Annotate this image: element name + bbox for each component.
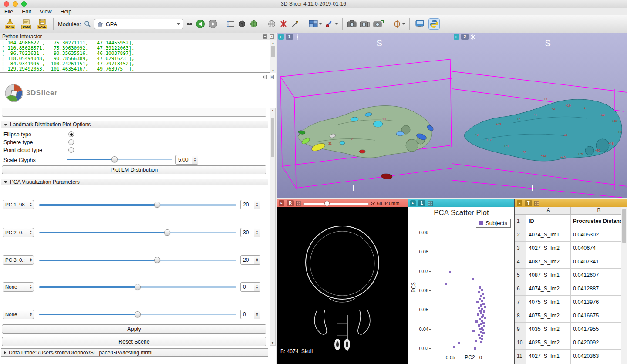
ruler-pencil-icon[interactable]	[291, 20, 300, 28]
table-cell[interactable]: 8	[515, 309, 526, 322]
table-cell[interactable]: 4087_S_Im2	[526, 255, 571, 268]
reset-scene-button[interactable]: Reset Scene	[2, 337, 266, 346]
table-cell[interactable]: 0.0420092	[571, 336, 627, 349]
table-cell[interactable]: 4	[515, 255, 526, 268]
table-row[interactable]: 34027_S_Im20.040674	[515, 242, 627, 255]
table-cell[interactable]: 0.0416675	[571, 309, 627, 322]
layout-selector-button[interactable]	[309, 20, 322, 28]
table-cell[interactable]: 6	[515, 282, 526, 295]
pin-icon[interactable]: ▸	[410, 200, 416, 206]
threed-view-2[interactable]: ▸ 2 S I	[452, 33, 627, 198]
table-cell[interactable]: 10	[515, 336, 526, 349]
pin-icon[interactable]: ▸	[278, 34, 284, 40]
spin-view-icon[interactable]	[295, 34, 300, 40]
slice-offset-slider[interactable]	[303, 201, 369, 206]
plot-content[interactable]: PCA Scatter Plot Subjects PC3 PC2 0.090.…	[408, 207, 514, 364]
pin-icon[interactable]: ▸	[279, 200, 284, 206]
pc3-slider[interactable]	[39, 257, 236, 263]
apply-button[interactable]: Apply	[2, 324, 266, 334]
undock-panel-button[interactable]	[263, 75, 267, 79]
console-scrollbar[interactable]: ▲ ▼	[270, 40, 276, 73]
python-console-button[interactable]	[428, 18, 440, 30]
sphere-type-radio[interactable]	[68, 139, 74, 145]
crosshair-button[interactable]	[393, 20, 405, 28]
table-cell[interactable]: Procrustes Distance	[571, 215, 627, 228]
table-content[interactable]: A B 1IDProcrustes Distance24074_S_Im10.0…	[515, 207, 627, 364]
stepper-icon[interactable]: ▲▼	[254, 200, 260, 209]
slider-handle[interactable]	[164, 229, 170, 236]
table-cell[interactable]: 0.0405302	[571, 228, 627, 241]
threed-view-1[interactable]: ▸ 1 S I	[277, 33, 452, 198]
scroll-up-icon[interactable]: ▲	[270, 40, 276, 45]
table-cell[interactable]: 11	[515, 350, 526, 363]
table-cell[interactable]: 9	[515, 323, 526, 336]
table-cell[interactable]: 4074_S_Im1	[526, 228, 571, 241]
menu-edit[interactable]: Edit	[22, 9, 31, 15]
module-search-icon[interactable]	[84, 20, 91, 27]
table-scrollbar[interactable]	[621, 207, 627, 364]
table-cell[interactable]: 4027_S_Im1	[526, 350, 571, 363]
table-row[interactable]: 64074_S_Im20.0412887	[515, 282, 627, 296]
pc5-combo[interactable]: None ▲▼	[3, 310, 34, 319]
menu-view[interactable]: View	[40, 9, 52, 15]
menu-file[interactable]: File	[4, 9, 13, 15]
pc5-slider[interactable]	[39, 311, 236, 318]
red-slice-view[interactable]: ▸ R S: 68.840mm	[277, 199, 408, 364]
plot-view[interactable]: ▸ 1 PCA Scatter Plot Subjects PC3 PC2 0.…	[408, 199, 514, 364]
slider-handle[interactable]	[135, 311, 141, 317]
pc2-combo[interactable]: PC 2: 0.: ▲▼	[3, 228, 34, 237]
table-row[interactable]: 1IDProcrustes Distance	[515, 215, 627, 228]
plot-menu-icon[interactable]	[428, 201, 433, 206]
table-row[interactable]: 54087_S_Im10.0412607	[515, 269, 627, 282]
table-view[interactable]: ▸ T A B 1IDProcrustes Distance24074_S_Im…	[514, 199, 627, 364]
load-data-button[interactable]: DATA	[3, 19, 17, 29]
table-cell[interactable]: 7	[515, 296, 526, 309]
table-cell[interactable]: ID	[526, 215, 571, 228]
pc2-spinbox[interactable]: 30 ▲▼	[240, 228, 260, 237]
table-cell[interactable]: 3	[515, 242, 526, 255]
pc4-slider[interactable]	[39, 284, 236, 290]
table-cell[interactable]: 0.0420363	[571, 350, 627, 363]
table-row[interactable]: 44087_S_Im20.0407341	[515, 255, 627, 269]
spin-view-icon[interactable]	[470, 34, 475, 40]
module-history-button[interactable]	[186, 21, 192, 27]
point-cloud-type-radio[interactable]	[68, 147, 74, 153]
extensions-manager-button[interactable]	[414, 19, 425, 29]
stepper-icon[interactable]: ▲▼	[254, 310, 260, 319]
red-slice-content[interactable]: B: 4074_Skull	[277, 207, 408, 364]
table-cell[interactable]: 4074_S_Im2	[526, 282, 571, 295]
table-cell[interactable]: 0.0412887	[571, 282, 627, 295]
pca-section-header[interactable]: PCA Visualization Parameters	[1, 179, 268, 185]
pc3-combo[interactable]: PC 3: 0.: ▲▼	[3, 255, 34, 265]
markups-fiducial-button[interactable]	[325, 20, 338, 28]
python-console[interactable]: [ 104.4986627 , 75.30271111, 47.14455952…	[0, 40, 276, 73]
pc2-slider[interactable]	[39, 229, 236, 236]
pc1-combo[interactable]: PC 1: 98 ▲▼	[3, 200, 34, 209]
pc1-spinbox[interactable]: 20 ▲▼	[240, 200, 260, 209]
pc3-spinbox[interactable]: 20 ▲▼	[240, 255, 260, 265]
pin-icon[interactable]: ▸	[517, 200, 522, 206]
stepper-icon[interactable]: ▲▼	[254, 228, 260, 237]
menu-help[interactable]: Help	[61, 9, 72, 15]
module-back-button[interactable]	[196, 19, 205, 29]
table-cell[interactable]: 4027_S_Im2	[526, 242, 571, 255]
table-row[interactable]: 24074_S_Im10.0405302	[515, 228, 627, 242]
scene-view-camera-icon[interactable]	[360, 20, 370, 28]
module-forward-button[interactable]	[208, 19, 218, 29]
table-cell[interactable]: 4035_S_Im2	[526, 323, 571, 336]
column-b-header[interactable]: B	[571, 207, 627, 214]
stepper-icon[interactable]: ▲▼	[254, 256, 260, 264]
slider-handle[interactable]	[154, 202, 160, 208]
scrollbar-thumb[interactable]	[622, 209, 626, 243]
table-row[interactable]: 114027_S_Im10.0420363	[515, 350, 627, 363]
screenshot-camera-icon[interactable]	[347, 20, 357, 28]
scroll-down-icon[interactable]: ▼	[270, 68, 276, 73]
table-row[interactable]: 84075_S_Im20.0416675	[515, 309, 627, 323]
table-cell[interactable]: 4025_S_Im2	[526, 336, 571, 349]
scroll-down-icon[interactable]: ▼	[270, 341, 275, 345]
module-panel-scrollbar[interactable]: ▲ ▼	[270, 108, 276, 346]
landmark-options-section-header[interactable]: Landmark Distribution Plot Options	[1, 121, 268, 128]
restore-view-camera-icon[interactable]	[373, 20, 384, 28]
pc4-combo[interactable]: None ▲▼	[3, 282, 34, 292]
dicom-button[interactable]: DCM	[20, 19, 33, 29]
